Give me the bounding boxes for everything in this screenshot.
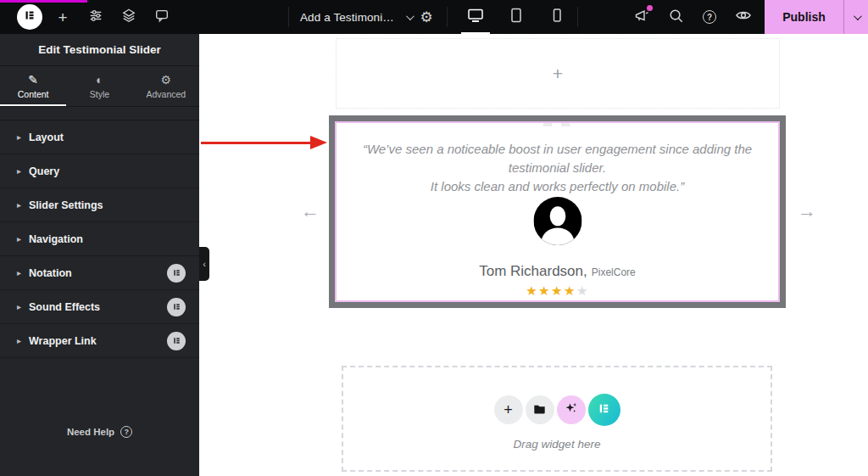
device-desktop-button[interactable] bbox=[455, 0, 496, 34]
whats-new-button[interactable] bbox=[626, 0, 658, 34]
slider-next-arrow[interactable]: → bbox=[798, 202, 816, 221]
section-layout[interactable]: ▸ Layout bbox=[0, 120, 199, 154]
section-wrapper-link[interactable]: ▸ Wrapper Link bbox=[0, 324, 199, 358]
topbar-separator bbox=[577, 7, 578, 27]
help-icon: ? bbox=[120, 426, 132, 438]
avatar bbox=[533, 197, 581, 245]
empty-section-dropzone[interactable]: + bbox=[336, 38, 780, 109]
elementor-pro-badge-icon bbox=[167, 332, 186, 350]
finder-search-button[interactable] bbox=[659, 0, 692, 34]
arrow-head bbox=[310, 136, 327, 149]
elementor-editor: + Add a Testimoni… ⚙ bbox=[0, 0, 868, 476]
plus-icon: + bbox=[504, 402, 513, 417]
section-label: Notation bbox=[29, 267, 167, 279]
drag-widget-dropzone[interactable]: + Drag widget here bbox=[342, 366, 772, 472]
section-label: Sound Effects bbox=[29, 301, 167, 313]
panel-sections: ▸ Layout ▸ Query ▸ Slider Settings ▸ Nav… bbox=[0, 120, 199, 358]
panel-collapse-handle[interactable]: ‹ bbox=[199, 247, 209, 281]
elementor-logo-icon bbox=[22, 8, 37, 26]
elementor-menu-button[interactable] bbox=[17, 4, 42, 30]
section-label: Wrapper Link bbox=[29, 335, 167, 347]
author-name: Tom Richardson, bbox=[479, 263, 587, 280]
section-slider-settings[interactable]: ▸ Slider Settings bbox=[0, 188, 199, 222]
panel-title: Edit Testimonial Slider bbox=[38, 43, 161, 56]
need-help-label: Need Help bbox=[67, 427, 114, 437]
topbar-separator bbox=[447, 7, 448, 27]
testimonial-slide: “ “We’ve seen a noticeable boost in user… bbox=[335, 121, 780, 302]
section-label: Layout bbox=[29, 132, 186, 143]
ai-builder-button[interactable] bbox=[557, 395, 586, 424]
document-settings-button[interactable]: ⚙ bbox=[410, 0, 442, 34]
notification-dot bbox=[647, 5, 653, 11]
section-label: Slider Settings bbox=[29, 199, 186, 211]
section-navigation[interactable]: ▸ Navigation bbox=[0, 222, 199, 256]
panel-header: Edit Testimonial Slider bbox=[0, 34, 199, 66]
notes-button[interactable] bbox=[146, 0, 178, 34]
elementor-library-button[interactable] bbox=[588, 394, 620, 426]
section-label: Query bbox=[29, 165, 186, 177]
add-section-button[interactable]: + bbox=[494, 395, 523, 424]
caret-right-icon: ▸ bbox=[17, 133, 21, 142]
publish-label: Publish bbox=[782, 10, 826, 24]
top-bar: + Add a Testimoni… ⚙ bbox=[0, 0, 868, 34]
elementor-pro-badge-icon bbox=[167, 264, 186, 283]
editor-canvas: + ← → “ “We’ve seen a noticeable boost i… bbox=[199, 34, 868, 476]
tablet-icon bbox=[509, 8, 524, 26]
add-template-button[interactable] bbox=[526, 395, 554, 424]
publish-options-button[interactable] bbox=[843, 0, 868, 34]
widget-settings-panel: Edit Testimonial Slider ✎ Content ◐ Styl… bbox=[0, 34, 199, 476]
sliders-icon bbox=[88, 8, 103, 26]
slider-prev-arrow[interactable]: ← bbox=[301, 202, 320, 221]
device-mobile-button[interactable] bbox=[537, 0, 577, 34]
tab-label: Content bbox=[18, 89, 49, 99]
caret-right-icon: ▸ bbox=[17, 303, 21, 311]
document-switcher[interactable]: Add a Testimoni… bbox=[300, 0, 412, 34]
elementor-logo-icon bbox=[596, 400, 612, 420]
gear-icon: ⚙ bbox=[161, 74, 172, 86]
section-sound-effects[interactable]: ▸ Sound Effects bbox=[0, 290, 199, 324]
tab-advanced[interactable]: ⚙ Advanced bbox=[133, 66, 199, 106]
caret-right-icon: ▸ bbox=[17, 201, 21, 210]
layers-icon bbox=[121, 8, 136, 26]
quote-line-2: It looks clean and works perfectly on mo… bbox=[337, 177, 778, 196]
caret-right-icon: ▸ bbox=[17, 337, 21, 345]
folder-icon bbox=[532, 401, 547, 419]
megaphone-icon bbox=[632, 6, 651, 28]
plus-icon: + bbox=[58, 9, 67, 25]
author-company: PixelCore bbox=[592, 266, 636, 278]
collapse-icon: ‹ bbox=[203, 259, 206, 269]
structure-button[interactable] bbox=[113, 0, 145, 34]
arrow-shaft bbox=[201, 142, 312, 144]
help-button[interactable]: ? bbox=[693, 0, 726, 34]
preview-button[interactable] bbox=[727, 0, 760, 34]
drag-hint: Drag widget here bbox=[343, 438, 771, 451]
section-query[interactable]: ▸ Query bbox=[0, 154, 199, 188]
caret-right-icon: ▸ bbox=[17, 235, 21, 244]
testimonial-slider-widget[interactable]: “ “We’ve seen a noticeable boost in user… bbox=[329, 115, 786, 308]
plus-icon: + bbox=[553, 64, 563, 84]
tab-style[interactable]: ◐ Style bbox=[66, 66, 132, 106]
add-element-button[interactable]: + bbox=[47, 0, 79, 34]
sparkles-icon bbox=[564, 400, 579, 419]
section-notation[interactable]: ▸ Notation bbox=[0, 256, 199, 290]
eye-icon bbox=[735, 7, 752, 27]
testimonial-author: Tom Richardson, PixelCore bbox=[337, 263, 778, 280]
tab-content[interactable]: ✎ Content bbox=[0, 66, 66, 106]
elementor-pro-badge-icon bbox=[167, 298, 186, 316]
testimonial-quote: “We’ve seen a noticeable boost in user e… bbox=[337, 140, 778, 195]
device-tablet-button[interactable] bbox=[496, 0, 537, 34]
comment-icon bbox=[154, 8, 170, 26]
mobile-icon bbox=[550, 8, 564, 26]
search-icon bbox=[668, 8, 684, 27]
panel-tabs: ✎ Content ◐ Style ⚙ Advanced bbox=[0, 66, 199, 107]
caret-right-icon: ▸ bbox=[17, 167, 21, 176]
site-settings-button[interactable] bbox=[80, 0, 112, 34]
stars-filled: ★★★★ bbox=[526, 283, 576, 298]
chevron-down-icon bbox=[853, 12, 861, 20]
document-title: Add a Testimoni… bbox=[300, 11, 394, 24]
contrast-icon: ◐ bbox=[96, 74, 103, 86]
publish-button[interactable]: Publish bbox=[765, 0, 843, 34]
section-label: Navigation bbox=[29, 233, 186, 245]
need-help-link[interactable]: Need Help ? bbox=[0, 426, 199, 438]
tab-label: Advanced bbox=[146, 89, 186, 99]
